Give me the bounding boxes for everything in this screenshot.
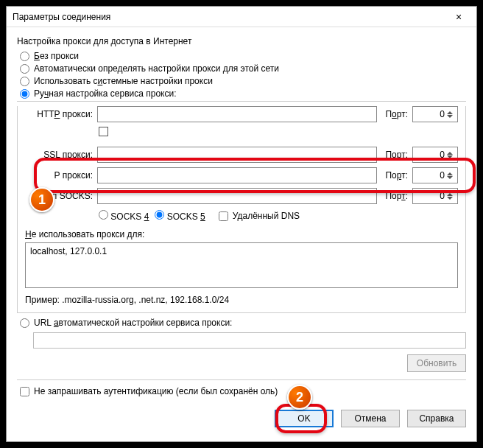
spinner-icon[interactable] bbox=[447, 152, 456, 158]
http-port-input[interactable]: 0 bbox=[412, 106, 458, 122]
noproxy-example: Пример: .mozilla-russia.org, .net.nz, 19… bbox=[25, 295, 458, 305]
ftp-port-label: Порт: bbox=[381, 170, 408, 181]
url-auto-input[interactable] bbox=[33, 332, 466, 349]
socks-port-input[interactable]: 0 bbox=[412, 188, 458, 204]
radio-socks4[interactable]: SOCKS 4 bbox=[99, 210, 149, 222]
radio-url-auto[interactable]: URL автоматической настройки сервиса про… bbox=[20, 318, 466, 328]
noproxy-label: Не использовать прокси для: bbox=[25, 229, 458, 239]
separator bbox=[17, 379, 466, 380]
ssl-port-input[interactable]: 0 bbox=[412, 147, 458, 163]
radio-system-proxy[interactable]: Использовать системные настройки прокси bbox=[20, 76, 466, 86]
group-legend: Настройка прокси для доступа в Интернет bbox=[17, 36, 466, 46]
radio-system-proxy-label: Использовать системные настройки прокси bbox=[34, 76, 213, 86]
radio-no-proxy[interactable]: Без прокси bbox=[20, 51, 466, 61]
radio-manual-proxy-label: Ручная настройка сервиса прокси: bbox=[34, 88, 176, 99]
ftp-proxy-input[interactable] bbox=[97, 167, 377, 183]
socks-proxy-input[interactable] bbox=[97, 188, 377, 204]
titlebar: Параметры соединения × bbox=[7, 7, 476, 27]
radio-no-proxy-label: Без прокси bbox=[34, 51, 79, 61]
ftp-proxy-label: P прокси: bbox=[25, 170, 93, 181]
dialog-button-row: OK Отмена Справка bbox=[7, 410, 476, 438]
checkbox-icon[interactable] bbox=[99, 127, 108, 136]
socks-version-row: SOCKS 4 SOCKS 5 Удалённый DNS bbox=[99, 210, 458, 222]
radio-manual-proxy[interactable]: Ручная настройка сервиса прокси: bbox=[20, 88, 466, 99]
radio-url-auto-label: URL автоматической настройки сервиса про… bbox=[34, 318, 232, 328]
auth-checkbox[interactable]: Не запрашивать аутентификацию (если был … bbox=[20, 386, 466, 396]
dialog-window: Параметры соединения × Настройка прокси … bbox=[6, 6, 477, 442]
ok-button[interactable]: OK bbox=[275, 410, 334, 427]
socks-port-label: Порт: bbox=[381, 191, 408, 201]
ssl-proxy-input[interactable] bbox=[97, 147, 377, 163]
ssl-proxy-label: SSL прокси: bbox=[25, 150, 93, 160]
same-proxy-checkbox-row[interactable] bbox=[99, 127, 458, 136]
spinner-icon[interactable] bbox=[447, 193, 456, 200]
dialog-content: Настройка прокси для доступа в Интернет … bbox=[7, 27, 476, 410]
ssl-proxy-row: SSL прокси: Порт: 0 bbox=[25, 147, 458, 163]
spinner-icon[interactable] bbox=[447, 172, 456, 179]
http-proxy-row: HTTP прокси: Порт: 0 bbox=[25, 106, 458, 122]
window-title: Параметры соединения bbox=[13, 12, 444, 22]
http-proxy-input[interactable] bbox=[97, 106, 377, 122]
ssl-port-label: Порт: bbox=[381, 150, 408, 160]
socks-node-label: Узел SOCKS: bbox=[25, 191, 93, 201]
ftp-proxy-row: P прокси: Порт: 0 bbox=[25, 167, 458, 183]
remote-dns-checkbox[interactable]: Удалённый DNS bbox=[219, 211, 300, 221]
refresh-button: Обновить bbox=[407, 354, 466, 372]
cancel-button[interactable]: Отмена bbox=[341, 410, 400, 427]
ftp-port-input[interactable]: 0 bbox=[412, 167, 458, 183]
spinner-icon[interactable] bbox=[447, 111, 456, 118]
http-proxy-label: HTTP прокси: bbox=[25, 109, 93, 119]
noproxy-textarea[interactable] bbox=[25, 242, 458, 288]
help-button[interactable]: Справка bbox=[407, 410, 466, 427]
radio-socks5[interactable]: SOCKS 5 bbox=[155, 210, 205, 222]
remote-dns-label: Удалённый DNS bbox=[233, 211, 300, 221]
http-port-label: Порт: bbox=[381, 109, 408, 119]
auth-checkbox-label: Не запрашивать аутентификацию (если был … bbox=[34, 386, 278, 396]
radio-auto-detect[interactable]: Автоматически определять настройки прокс… bbox=[20, 63, 466, 74]
close-icon[interactable]: × bbox=[444, 7, 473, 27]
radio-auto-detect-label: Автоматически определять настройки прокс… bbox=[34, 63, 279, 74]
manual-proxy-group: HTTP прокси: Порт: 0 SSL прокси: Порт: bbox=[17, 106, 466, 313]
socks-proxy-row: Узел SOCKS: Порт: 0 bbox=[25, 188, 458, 204]
